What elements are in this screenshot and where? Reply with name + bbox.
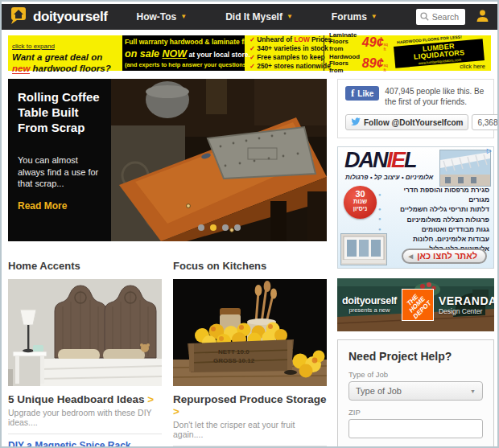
read-more-link[interactable]: Read More bbox=[18, 200, 67, 212]
headboard-photo[interactable] bbox=[8, 279, 162, 386]
account-button[interactable] bbox=[476, 9, 489, 26]
produce-crate-photo[interactable]: NETT 10.0 GROSS 10.12 bbox=[173, 279, 327, 386]
menu-did-it-myself[interactable]: Did It Myself▼ bbox=[225, 11, 293, 23]
daniel-cta-button[interactable]: ◄לאתר לחצו כאן bbox=[402, 249, 487, 264]
article-title[interactable]: Repurposed Produce Storage > bbox=[173, 393, 327, 417]
hero-text-panel: Rolling Coffee Table Built From Scrap Yo… bbox=[8, 79, 111, 241]
facebook-icon: f bbox=[351, 87, 354, 100]
carousel-dot[interactable] bbox=[234, 224, 241, 231]
twitter-icon bbox=[351, 117, 361, 127]
chevron-down-icon: ▼ bbox=[287, 14, 293, 20]
user-icon bbox=[476, 9, 489, 26]
section-heading: Focus on Kitchens bbox=[173, 260, 327, 272]
banner-checklist: ✓ Unheard of LOW Prices ✓ 340+ varieties… bbox=[245, 35, 324, 71]
site-logo[interactable]: doityourself bbox=[10, 6, 108, 27]
article-title[interactable]: 5 Unique Headboard Ideas > bbox=[8, 393, 162, 405]
brand-name: doityourself bbox=[33, 9, 108, 25]
carousel-dots bbox=[111, 220, 327, 234]
checkmark-icon: ✓ bbox=[250, 62, 257, 70]
hero-title: Rolling Coffee Table Built From Scrap bbox=[18, 89, 101, 135]
content-column: Rolling Coffee Table Built From Scrap Yo… bbox=[8, 79, 327, 448]
select-caret-icon: ▼ bbox=[470, 388, 476, 394]
carousel-dot[interactable] bbox=[222, 224, 229, 231]
banner-center: Full warranty hardwood & laminate floors… bbox=[122, 35, 245, 71]
checkmark-icon: ✓ bbox=[250, 44, 257, 52]
lumber-liquidators-banner-ad[interactable]: click to expand Want a great deal on new… bbox=[8, 35, 491, 71]
article-desc: Don't let the crisper eat your fruit aga… bbox=[173, 420, 327, 439]
bullet-icon: ● bbox=[378, 226, 381, 233]
main-content: Rolling Coffee Table Built From Scrap Yo… bbox=[2, 79, 497, 448]
aluminum-window-photo bbox=[340, 233, 387, 265]
banner-left: click to expand Want a great deal on new… bbox=[8, 35, 122, 71]
click-here-link[interactable]: click here bbox=[460, 63, 485, 70]
zip-input[interactable] bbox=[348, 419, 483, 438]
daniel-logo: DANIEL bbox=[344, 150, 416, 171]
doityourself-wordmark: doityourself bbox=[342, 296, 397, 306]
menu-forums[interactable]: Forums▼ bbox=[332, 11, 377, 23]
project-help-widget: Need Project Help? Type of Job Type of J… bbox=[337, 339, 494, 448]
house-logo-icon bbox=[10, 6, 27, 27]
click-to-expand-link[interactable]: click to expand bbox=[12, 43, 55, 50]
twitter-follow-button[interactable]: Follow @DoItYourselfcom bbox=[345, 114, 468, 130]
arrow-left-icon: ◄ bbox=[406, 252, 414, 261]
facebook-like-text: 407,945 people like this. Be the first o… bbox=[385, 86, 486, 107]
pergola-photo bbox=[439, 150, 491, 187]
daniel-tagline: אלומיניום • עיצוב קל • פרגולות bbox=[345, 174, 433, 181]
chevron-down-icon: ▼ bbox=[371, 14, 377, 20]
hero-carousel: Rolling Coffee Table Built From Scrap Yo… bbox=[8, 79, 327, 241]
svg-text:NETT 10.0: NETT 10.0 bbox=[218, 348, 250, 356]
job-type-label: Type of Job bbox=[348, 370, 483, 379]
services-list: ●סגירת מרפסות והוספת חדרי מגורים ●דלתות … bbox=[378, 185, 489, 253]
experience-badge: 30 שנות ניסיון bbox=[344, 186, 377, 219]
carousel-dot[interactable] bbox=[198, 224, 204, 231]
more-arrow: > bbox=[147, 393, 154, 405]
article-desc: Upgrade your bedroom with these DIY idea… bbox=[8, 408, 162, 427]
banner-headline: Want a great deal on new hardwood floors… bbox=[12, 52, 122, 75]
widget-title: Need Project Help? bbox=[348, 350, 483, 363]
chevron-down-icon: ▼ bbox=[180, 14, 187, 20]
carousel-dot-active[interactable] bbox=[210, 224, 217, 231]
zip-label: ZIP bbox=[348, 408, 483, 417]
main-menu: How-Tos▼ Did It Myself▼ Forums▼ bbox=[137, 11, 416, 23]
lumber-liquidators-logo: HARDWOOD FLOORS FOR LESS! LUMBER LIQUIDA… bbox=[390, 35, 491, 71]
twitter-followers-count[interactable]: 6,368 followers bbox=[472, 114, 499, 130]
more-arrow: > bbox=[173, 405, 179, 417]
section-heading: Home Accents bbox=[8, 260, 162, 272]
sidebar: f Like 407,945 people like this. Be the … bbox=[337, 79, 494, 448]
section-focus-on-kitchens: Focus on Kitchens bbox=[173, 260, 327, 448]
bullet-icon: ● bbox=[378, 216, 381, 223]
job-type-select[interactable]: Type of Job ▼ bbox=[348, 381, 483, 401]
banner-prices: LaminateFloors from 49¢sq ft HardwoodFlo… bbox=[324, 35, 390, 71]
section-home-accents: Home Accents bbox=[8, 260, 162, 448]
article-link[interactable]: DIY a Magnetic Spice Rack bbox=[8, 434, 162, 448]
hero-photo-coffee-table[interactable] bbox=[111, 79, 327, 241]
search-box[interactable] bbox=[416, 9, 465, 25]
home-depot-logo: THEHOMEDEPOT bbox=[402, 289, 434, 321]
top-nav: doityourself How-Tos▼ Did It Myself▼ For… bbox=[2, 4, 497, 30]
menu-how-tos[interactable]: How-Tos▼ bbox=[137, 11, 188, 23]
search-icon bbox=[420, 10, 429, 24]
adchoices-icon[interactable]: ▷ bbox=[487, 148, 492, 154]
page: doityourself How-Tos▼ Did It Myself▼ For… bbox=[0, 0, 499, 448]
home-depot-veranda-ad[interactable]: doityourself presents a new THEHOMEDEPOT… bbox=[337, 278, 494, 331]
facebook-like-button[interactable]: f Like bbox=[345, 86, 379, 101]
bullet-icon: ● bbox=[378, 191, 381, 199]
hero-excerpt: You can almost always find a use for tha… bbox=[18, 154, 101, 190]
social-widget: f Like 407,945 people like this. Be the … bbox=[337, 79, 494, 138]
daniel-aluminum-ad[interactable]: DANIEL אלומיניום • עיצוב קל • פרגולות ▷ … bbox=[337, 146, 494, 269]
bullet-icon: ● bbox=[378, 206, 381, 213]
search-input[interactable] bbox=[432, 12, 461, 22]
checkmark-icon: ✓ bbox=[250, 35, 257, 43]
checkmark-icon: ✓ bbox=[250, 53, 257, 61]
svg-text:GROSS 10.12: GROSS 10.12 bbox=[213, 357, 255, 364]
article-sections: Home Accents bbox=[8, 260, 327, 448]
